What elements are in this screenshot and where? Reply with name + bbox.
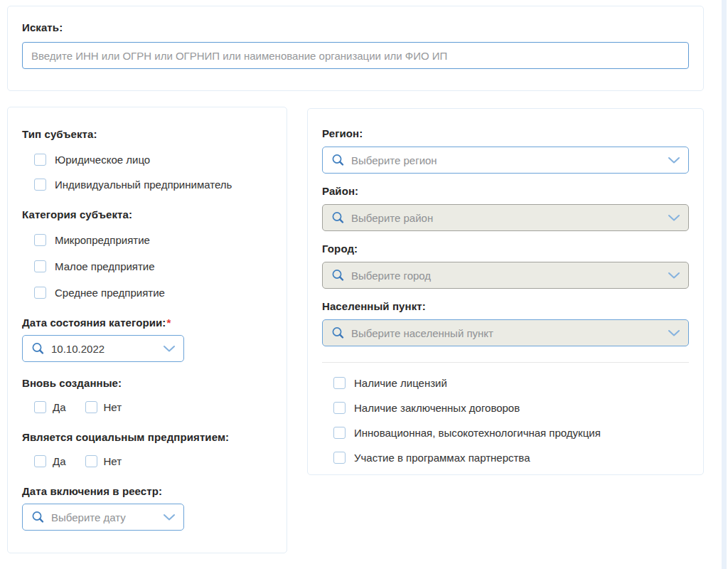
left-filters-card: Тип субъекта: Юридическое лицо Индивидуа… — [7, 107, 287, 553]
social-enterprise-no-checkbox[interactable] — [85, 455, 97, 467]
newly-created-yes-checkbox[interactable] — [34, 401, 46, 413]
social-enterprise-heading: Является социальным предприятием: — [22, 432, 272, 442]
category-state-date-heading-text: Дата состояния категории: — [22, 317, 166, 329]
settlement-placeholder: Выберите населенный пункт — [351, 327, 668, 339]
social-enterprise-yes-label[interactable]: Да — [53, 455, 66, 467]
search-filters-page: Искать: Тип субъекта: Юридическое лицо И… — [0, 0, 728, 569]
search-icon — [331, 326, 344, 339]
registry-inclusion-date-heading: Дата включения в реестр: — [22, 486, 272, 496]
chevron-down-icon — [164, 345, 175, 353]
contracts-checkbox[interactable] — [333, 402, 346, 414]
city-select: Выберите город — [322, 262, 689, 289]
region-select[interactable]: Выберите регион — [322, 147, 689, 174]
category-state-date-select[interactable]: 10.10.2022 — [22, 335, 184, 362]
small-enterprise-label: Малое предприятие — [55, 260, 155, 272]
chevron-down-icon — [668, 329, 680, 337]
social-enterprise-yes-no-row: Да Нет — [34, 455, 272, 467]
checkbox-row-micro-enterprise[interactable]: Микропредприятие — [34, 234, 272, 246]
registry-inclusion-date-select[interactable]: Выберите дату — [22, 504, 184, 531]
newly-created-yes-label[interactable]: Да — [53, 401, 66, 413]
checkbox-row-innovative-products[interactable]: Инновационная, высокотехнологичная проду… — [333, 427, 689, 439]
chevron-down-icon — [668, 156, 680, 164]
individual-entrepreneur-label: Индивидуальный предприниматель — [55, 179, 232, 191]
checkbox-row-partnership-programs[interactable]: Участие в программах партнерства — [333, 452, 689, 464]
checkbox-row-small-enterprise[interactable]: Малое предприятие — [34, 260, 272, 272]
city-heading: Город: — [322, 243, 689, 254]
newly-created-no-group: Нет — [85, 401, 122, 413]
micro-enterprise-checkbox[interactable] — [34, 234, 46, 246]
chevron-down-icon — [668, 272, 680, 280]
subject-category-heading: Категория субъекта: — [22, 209, 272, 220]
social-enterprise-no-label[interactable]: Нет — [104, 455, 122, 467]
licenses-label: Наличие лицензий — [354, 377, 447, 389]
settlement-heading: Населенный пункт: — [322, 301, 689, 312]
district-placeholder: Выберите район — [351, 212, 668, 224]
medium-enterprise-label: Среднее предприятие — [55, 287, 165, 299]
checkbox-row-legal-entity[interactable]: Юридическое лицо — [34, 154, 272, 166]
newly-created-no-label[interactable]: Нет — [104, 401, 122, 413]
legal-entity-checkbox[interactable] — [34, 154, 46, 166]
search-icon — [331, 269, 344, 282]
subject-type-heading: Тип субъекта: — [22, 129, 272, 139]
newly-created-yes-no-row: Да Нет — [34, 401, 272, 413]
checkbox-row-medium-enterprise[interactable]: Среднее предприятие — [34, 287, 272, 299]
search-input[interactable] — [22, 42, 689, 69]
district-heading: Район: — [322, 186, 689, 196]
settlement-select: Выберите населенный пункт — [322, 319, 689, 346]
search-icon — [331, 211, 344, 224]
partnership-programs-checkbox[interactable] — [333, 452, 346, 464]
chevron-down-icon — [668, 214, 680, 222]
search-card: Искать: — [7, 6, 704, 91]
innovative-products-checkbox[interactable] — [333, 427, 346, 439]
category-state-date-value: 10.10.2022 — [51, 343, 164, 355]
checkbox-row-contracts[interactable]: Наличие заключенных договоров — [333, 402, 689, 414]
district-select: Выберите район — [322, 204, 689, 231]
registry-inclusion-date-placeholder: Выберите дату — [51, 511, 164, 523]
city-placeholder: Выберите город — [351, 270, 668, 282]
required-asterisk: * — [166, 317, 171, 329]
region-placeholder: Выберите регион — [351, 154, 668, 166]
small-enterprise-checkbox[interactable] — [34, 260, 46, 272]
newly-created-no-checkbox[interactable] — [85, 401, 97, 413]
right-scroll-strip[interactable] — [722, 0, 727, 569]
partnership-programs-label: Участие в программах партнерства — [354, 452, 530, 464]
search-icon — [31, 511, 44, 523]
innovative-products-label: Инновационная, высокотехнологичная проду… — [354, 427, 601, 439]
right-filters-card: Регион: Выберите регион Район: Выберите … — [307, 108, 704, 475]
social-enterprise-no-group: Нет — [85, 455, 122, 467]
search-icon — [331, 154, 344, 166]
licenses-checkbox[interactable] — [333, 377, 346, 389]
medium-enterprise-checkbox[interactable] — [34, 287, 46, 299]
checkbox-row-licenses[interactable]: Наличие лицензий — [333, 377, 689, 389]
newly-created-heading: Вновь созданные: — [22, 378, 272, 388]
individual-entrepreneur-checkbox[interactable] — [34, 179, 46, 191]
contracts-label: Наличие заключенных договоров — [354, 402, 520, 414]
search-icon — [31, 342, 44, 355]
category-state-date-heading: Дата состояния категории:* — [22, 317, 272, 328]
micro-enterprise-label: Микропредприятие — [55, 234, 150, 246]
search-label: Искать: — [22, 22, 689, 33]
region-heading: Регион: — [322, 128, 689, 139]
checkbox-row-individual-entrepreneur[interactable]: Индивидуальный предприниматель — [34, 179, 272, 191]
social-enterprise-yes-checkbox[interactable] — [34, 455, 46, 467]
legal-entity-label: Юридическое лицо — [55, 154, 150, 166]
chevron-down-icon — [164, 514, 175, 521]
section-divider — [322, 362, 689, 363]
